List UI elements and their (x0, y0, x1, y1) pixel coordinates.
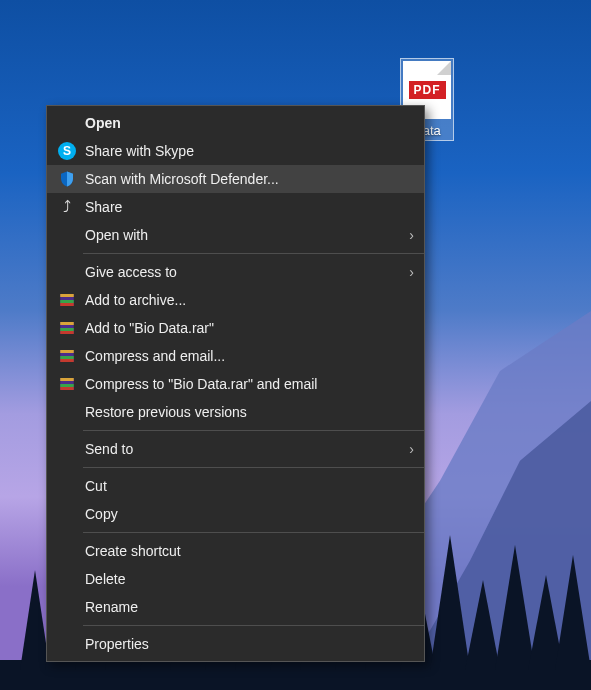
menu-item-giveaccess[interactable]: Give access to› (47, 258, 424, 286)
menu-item-label: Add to archive... (85, 292, 414, 308)
menu-item-defender[interactable]: Scan with Microsoft Defender... (47, 165, 424, 193)
winrar-icon (58, 319, 76, 337)
menu-item-label: Open with (85, 227, 409, 243)
menu-item-sendto[interactable]: Send to› (47, 435, 424, 463)
svg-rect-26 (60, 322, 74, 325)
menu-item-addarchive[interactable]: Add to archive... (47, 286, 424, 314)
svg-rect-30 (60, 350, 74, 353)
menu-item-delete[interactable]: Delete (47, 565, 424, 593)
menu-separator (83, 467, 424, 468)
menu-item-label: Cut (85, 478, 414, 494)
svg-marker-19 (528, 575, 564, 670)
menu-item-compbiomail[interactable]: Compress to "Bio Data.rar" and email (47, 370, 424, 398)
svg-rect-28 (60, 331, 74, 334)
menu-separator (83, 253, 424, 254)
menu-item-restore[interactable]: Restore previous versions (47, 398, 424, 426)
submenu-arrow-icon: › (409, 264, 414, 280)
menu-item-label: Restore previous versions (85, 404, 414, 420)
menu-item-compmail[interactable]: Compress and email... (47, 342, 424, 370)
menu-item-label: Copy (85, 506, 414, 522)
context-menu: OpenSShare with SkypeScan with Microsoft… (46, 105, 425, 662)
svg-marker-20 (555, 555, 591, 670)
svg-rect-36 (60, 387, 74, 390)
menu-item-cut[interactable]: Cut (47, 472, 424, 500)
winrar-icon (58, 375, 76, 393)
menu-separator (83, 430, 424, 431)
menu-item-properties[interactable]: Properties (47, 630, 424, 658)
menu-item-label: Rename (85, 599, 414, 615)
submenu-arrow-icon: › (409, 227, 414, 243)
menu-item-label: Properties (85, 636, 414, 652)
winrar-icon (58, 347, 76, 365)
menu-item-label: Share (85, 199, 414, 215)
svg-marker-18 (495, 545, 535, 670)
menu-item-label: Create shortcut (85, 543, 414, 559)
skype-icon: S (58, 142, 76, 160)
menu-item-label: Send to (85, 441, 409, 457)
svg-rect-35 (60, 384, 74, 387)
menu-item-label: Compress and email... (85, 348, 414, 364)
svg-marker-16 (430, 535, 470, 670)
menu-item-openwith[interactable]: Open with› (47, 221, 424, 249)
menu-item-label: Scan with Microsoft Defender... (85, 171, 414, 187)
defender-shield-icon (58, 170, 76, 188)
menu-item-label: Delete (85, 571, 414, 587)
share-icon: ⤴ (58, 198, 76, 216)
menu-item-addbiodata[interactable]: Add to "Bio Data.rar" (47, 314, 424, 342)
svg-rect-34 (60, 378, 74, 381)
svg-rect-23 (60, 300, 74, 303)
menu-item-copy[interactable]: Copy (47, 500, 424, 528)
svg-rect-24 (60, 303, 74, 306)
menu-item-label: Share with Skype (85, 143, 414, 159)
menu-item-label: Add to "Bio Data.rar" (85, 320, 414, 336)
svg-rect-22 (60, 294, 74, 297)
svg-rect-2 (0, 660, 591, 690)
svg-rect-31 (60, 356, 74, 359)
menu-item-label: Compress to "Bio Data.rar" and email (85, 376, 414, 392)
menu-item-open[interactable]: Open (47, 109, 424, 137)
svg-rect-27 (60, 328, 74, 331)
svg-rect-32 (60, 359, 74, 362)
winrar-icon (58, 291, 76, 309)
menu-item-label: Open (85, 115, 414, 131)
menu-separator (83, 532, 424, 533)
svg-marker-17 (465, 580, 500, 670)
menu-item-rename[interactable]: Rename (47, 593, 424, 621)
menu-item-skype[interactable]: SShare with Skype (47, 137, 424, 165)
menu-item-label: Give access to (85, 264, 409, 280)
submenu-arrow-icon: › (409, 441, 414, 457)
menu-item-shortcut[interactable]: Create shortcut (47, 537, 424, 565)
menu-item-share[interactable]: ⤴Share (47, 193, 424, 221)
menu-separator (83, 625, 424, 626)
